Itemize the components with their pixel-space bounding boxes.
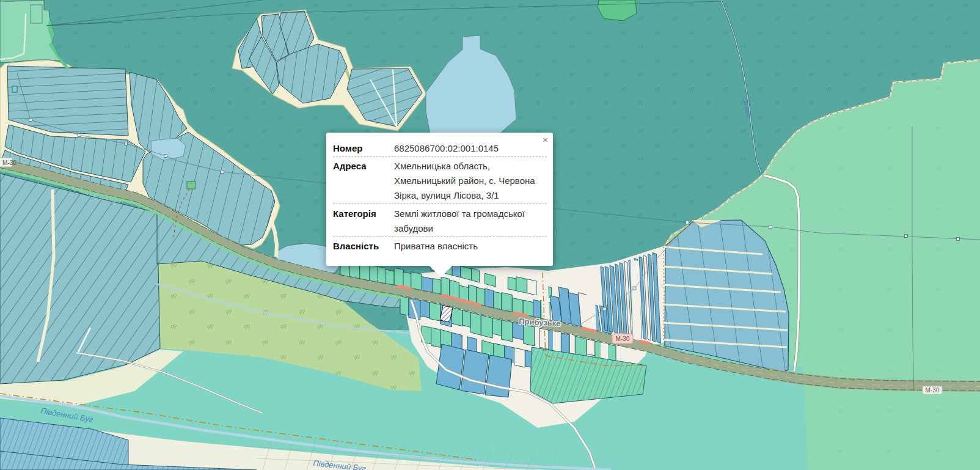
svg-text:М-30: М-30 — [616, 336, 630, 342]
svg-text:М-30: М-30 — [2, 160, 16, 166]
svg-text:М-30: М-30 — [926, 387, 940, 394]
